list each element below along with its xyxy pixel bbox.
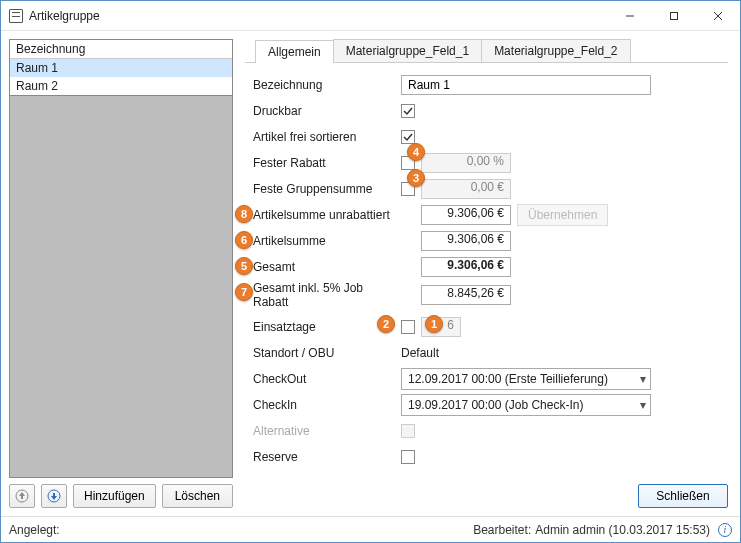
gesamt-label: Gesamt — [253, 260, 401, 274]
druckbar-label: Druckbar — [253, 104, 401, 118]
einsatztage-label: Einsatztage — [253, 320, 401, 334]
move-down-button[interactable] — [41, 484, 67, 508]
titlebar: Artikelgruppe — [1, 1, 740, 31]
svg-rect-1 — [671, 12, 678, 19]
checkout-label: CheckOut — [253, 372, 401, 386]
bearbeitet-label: Bearbeitet: — [473, 523, 531, 537]
alternative-label: Alternative — [253, 424, 401, 438]
gesamt-rabatt-value: 8.845,26 € — [421, 285, 511, 305]
arrow-up-icon — [15, 489, 29, 503]
minimize-button[interactable] — [608, 2, 652, 30]
form: Bezeichnung Druckbar Artikel frei sortie… — [245, 63, 728, 469]
standort-value: Default — [401, 346, 439, 360]
tabs: Allgemein Materialgruppe_Feld_1 Material… — [245, 39, 728, 63]
fester-rabatt-checkbox[interactable] — [401, 156, 415, 170]
artikelsumme-unrab-value: 9.306,06 € — [421, 205, 511, 225]
einsatztage-value: 6 — [421, 317, 461, 337]
standort-label: Standort / OBU — [253, 346, 401, 360]
feste-summe-label: Feste Gruppensumme — [253, 182, 401, 196]
document-icon — [9, 9, 23, 23]
reserve-checkbox[interactable] — [401, 450, 415, 464]
arrow-down-icon — [47, 489, 61, 503]
checkin-label: CheckIn — [253, 398, 401, 412]
fester-rabatt-value: 0,00 % — [421, 153, 511, 173]
tab-materialgruppe-feld-2[interactable]: Materialgruppe_Feld_2 — [481, 39, 630, 62]
artikelsumme-value: 9.306,06 € — [421, 231, 511, 251]
left-pane: Bezeichnung Raum 1 Raum 2 Hinzufügen Lös… — [1, 31, 241, 516]
angelegt-label: Angelegt: — [9, 523, 60, 537]
artikelsumme-unrab-label: Artikelsumme unrabattiert — [253, 208, 401, 222]
checkout-value: 12.09.2017 00:00 (Erste Teillieferung) — [408, 372, 608, 386]
right-pane: Allgemein Materialgruppe_Feld_1 Material… — [241, 31, 740, 516]
alternative-checkbox — [401, 424, 415, 438]
delete-button[interactable]: Löschen — [162, 484, 233, 508]
fester-rabatt-label: Fester Rabatt — [253, 156, 401, 170]
bezeichnung-label: Bezeichnung — [253, 78, 401, 92]
list-header: Bezeichnung — [10, 40, 232, 59]
tab-allgemein[interactable]: Allgemein — [255, 40, 334, 63]
add-button[interactable]: Hinzufügen — [73, 484, 156, 508]
schliessen-button[interactable]: Schließen — [638, 484, 728, 508]
feste-summe-value: 0,00 € — [421, 179, 511, 199]
chevron-down-icon: ▾ — [640, 372, 646, 386]
move-up-button[interactable] — [9, 484, 35, 508]
info-icon[interactable]: i — [718, 523, 732, 537]
list-item[interactable]: Raum 2 — [10, 77, 232, 95]
artikel-frei-checkbox[interactable] — [401, 130, 415, 144]
artikel-frei-label: Artikel frei sortieren — [253, 130, 401, 144]
checkin-value: 19.09.2017 00:00 (Job Check-In) — [408, 398, 583, 412]
feste-summe-checkbox[interactable] — [401, 182, 415, 196]
checkin-combo[interactable]: 19.09.2017 00:00 (Job Check-In) ▾ — [401, 394, 651, 416]
list-item[interactable]: Raum 1 — [10, 59, 232, 77]
window-title: Artikelgruppe — [29, 9, 608, 23]
einsatztage-checkbox[interactable] — [401, 320, 415, 334]
group-list[interactable]: Bezeichnung Raum 1 Raum 2 — [9, 39, 233, 478]
close-button[interactable] — [696, 2, 740, 30]
checkout-combo[interactable]: 12.09.2017 00:00 (Erste Teillieferung) ▾ — [401, 368, 651, 390]
uebernehmen-button[interactable]: Übernehmen — [517, 204, 608, 226]
statusbar: Angelegt: Bearbeitet: Admin admin (10.03… — [1, 516, 740, 542]
chevron-down-icon: ▾ — [640, 398, 646, 412]
artikelgruppe-window: Artikelgruppe Bezeichnung Raum 1 Raum 2 — [0, 0, 741, 543]
bearbeitet-value: Admin admin (10.03.2017 15:53) — [535, 523, 710, 537]
tab-materialgruppe-feld-1[interactable]: Materialgruppe_Feld_1 — [333, 39, 482, 62]
artikelsumme-label: Artikelsumme — [253, 234, 401, 248]
reserve-label: Reserve — [253, 450, 401, 464]
gesamt-value: 9.306,06 € — [421, 257, 511, 277]
gesamt-rabatt-label: Gesamt inkl. 5% Job Rabatt — [253, 281, 401, 309]
maximize-button[interactable] — [652, 2, 696, 30]
druckbar-checkbox[interactable] — [401, 104, 415, 118]
bezeichnung-input[interactable] — [401, 75, 651, 95]
